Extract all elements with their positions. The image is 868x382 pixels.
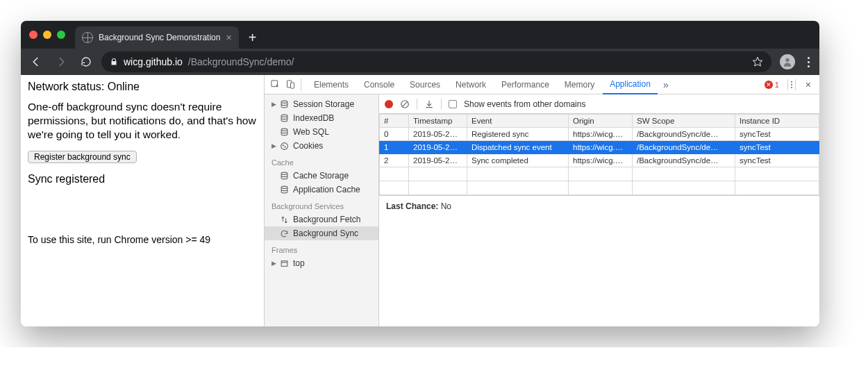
sidebar-label: Application Cache xyxy=(293,185,360,194)
svg-point-8 xyxy=(281,142,288,149)
database-icon xyxy=(280,100,289,109)
inspect-element-icon[interactable] xyxy=(269,78,281,91)
network-status-label: Network status: xyxy=(28,81,104,92)
svg-point-11 xyxy=(281,172,287,174)
browser-window: Background Sync Demonstration × + wicg.g… xyxy=(21,21,819,326)
sidebar-item-background-sync[interactable]: Background Sync xyxy=(265,226,378,240)
col-instance-id[interactable]: Instance ID xyxy=(735,115,819,128)
svg-point-9 xyxy=(283,144,283,145)
svg-point-6 xyxy=(281,115,287,117)
event-detail: Last Chance: No xyxy=(379,195,819,217)
col-origin[interactable]: Origin xyxy=(569,115,633,128)
col-event[interactable]: Event xyxy=(467,115,569,128)
events-table: # Timestamp Event Origin SW Scope Instan… xyxy=(379,114,819,195)
devtools-menu-button[interactable] xyxy=(787,79,796,90)
table-row[interactable]: 12019-05-2…Dispatched sync eventhttps://… xyxy=(380,141,819,154)
tab-console[interactable]: Console xyxy=(357,75,401,94)
toolbar-divider xyxy=(417,99,417,110)
database-icon xyxy=(280,114,289,123)
table-cell: Dispatched sync event xyxy=(467,141,569,154)
show-other-domains-checkbox[interactable] xyxy=(449,100,457,108)
device-toolbar-icon[interactable] xyxy=(284,78,297,91)
application-sidebar: ▶ Session Storage IndexedDB Web SQL ▶ xyxy=(265,94,379,326)
sync-icon xyxy=(280,229,289,238)
browser-menu-button[interactable] xyxy=(803,57,814,67)
tab-memory[interactable]: Memory xyxy=(558,75,601,94)
table-cell: Sync completed xyxy=(467,154,569,167)
minimize-window-button[interactable] xyxy=(43,31,51,39)
page-description: One-off background sync doesn't require … xyxy=(28,100,257,142)
sidebar-label: top xyxy=(293,258,305,268)
address-bar[interactable]: wicg.github.io/BackgroundSync/demo/ xyxy=(101,51,771,72)
bookmark-star-icon[interactable] xyxy=(752,56,763,67)
close-tab-icon[interactable]: × xyxy=(226,33,231,42)
sync-status: Sync registered xyxy=(28,173,257,185)
toolbar-divider xyxy=(441,99,442,110)
register-sync-button[interactable]: Register background sync xyxy=(28,151,137,163)
sidebar-item-cache-storage[interactable]: Cache Storage xyxy=(265,169,378,183)
maximize-window-button[interactable] xyxy=(57,31,65,39)
window-controls xyxy=(29,31,65,39)
tab-title: Background Sync Demonstration xyxy=(99,33,220,42)
content-area: Network status: Online One-off backgroun… xyxy=(21,75,819,326)
expand-arrow-icon[interactable]: ▶ xyxy=(272,142,276,149)
sidebar-item-application-cache[interactable]: Application Cache xyxy=(265,183,378,197)
table-cell: https://wicg.… xyxy=(569,154,633,167)
url-host: wicg.github.io xyxy=(124,56,183,67)
transfer-icon xyxy=(280,215,289,224)
profile-avatar[interactable] xyxy=(780,54,795,69)
clear-icon[interactable] xyxy=(400,99,410,109)
col-timestamp[interactable]: Timestamp xyxy=(409,115,467,128)
sidebar-item-indexeddb[interactable]: IndexedDB xyxy=(265,111,378,125)
sidebar-item-frame-top[interactable]: ▶ top xyxy=(265,256,378,270)
expand-arrow-icon[interactable]: ▶ xyxy=(272,101,276,108)
network-status: Network status: Online xyxy=(28,81,257,93)
events-toolbar: Show events from other domains xyxy=(379,94,819,114)
expand-arrow-icon[interactable]: ▶ xyxy=(272,260,276,267)
close-window-button[interactable] xyxy=(29,31,37,39)
sidebar-label: IndexedDB xyxy=(293,113,334,123)
reload-button[interactable] xyxy=(76,52,96,72)
table-cell: https://wicg.… xyxy=(569,128,633,141)
table-header-row: # Timestamp Event Origin SW Scope Instan… xyxy=(380,115,819,128)
tab-network[interactable]: Network xyxy=(449,75,493,94)
table-row xyxy=(380,181,819,195)
download-icon[interactable] xyxy=(424,99,434,109)
table-cell: syncTest xyxy=(735,128,819,141)
tab-application[interactable]: Application xyxy=(603,75,658,94)
svg-point-12 xyxy=(281,186,287,188)
svg-marker-0 xyxy=(753,57,762,66)
close-devtools-icon[interactable]: × xyxy=(801,79,815,90)
sidebar-category-cache: Cache xyxy=(265,153,378,169)
col-sw-scope[interactable]: SW Scope xyxy=(633,115,735,128)
table-row[interactable]: 22019-05-2…Sync completedhttps://wicg.…/… xyxy=(380,154,819,167)
sidebar-item-background-fetch[interactable]: Background Fetch xyxy=(265,213,378,226)
table-row[interactable]: 02019-05-2…Registered synchttps://wicg.…… xyxy=(380,128,819,141)
table-cell: /BackgroundSync/de… xyxy=(633,154,735,167)
page-content: Network status: Online One-off backgroun… xyxy=(21,75,264,326)
more-tabs-icon[interactable]: » xyxy=(659,79,673,90)
sidebar-item-websql[interactable]: Web SQL xyxy=(265,125,378,139)
sidebar-item-cookies[interactable]: ▶ Cookies xyxy=(265,139,378,153)
version-note: To use this site, run Chrome version >= … xyxy=(28,234,257,245)
svg-point-7 xyxy=(281,128,287,131)
url-path: /BackgroundSync/demo/ xyxy=(188,56,294,67)
tab-performance[interactable]: Performance xyxy=(494,75,556,94)
back-button[interactable] xyxy=(26,52,46,72)
cookie-icon xyxy=(280,142,289,151)
sidebar-item-session-storage[interactable]: ▶ Session Storage xyxy=(265,97,378,111)
network-status-value: Online xyxy=(108,81,140,92)
tab-sources[interactable]: Sources xyxy=(403,75,447,94)
record-button[interactable] xyxy=(385,100,393,108)
forward-button[interactable] xyxy=(51,52,71,72)
error-indicator[interactable]: ✕ 1 xyxy=(765,81,783,89)
sidebar-label: Cache Storage xyxy=(293,171,349,181)
table-cell: 0 xyxy=(380,128,409,141)
tab-elements[interactable]: Elements xyxy=(307,75,356,94)
frame-icon xyxy=(280,259,289,268)
svg-line-16 xyxy=(402,101,408,106)
error-count: 1 xyxy=(775,81,779,89)
browser-tab[interactable]: Background Sync Demonstration × xyxy=(75,26,239,49)
col-index[interactable]: # xyxy=(380,115,409,128)
new-tab-button[interactable]: + xyxy=(239,30,267,46)
